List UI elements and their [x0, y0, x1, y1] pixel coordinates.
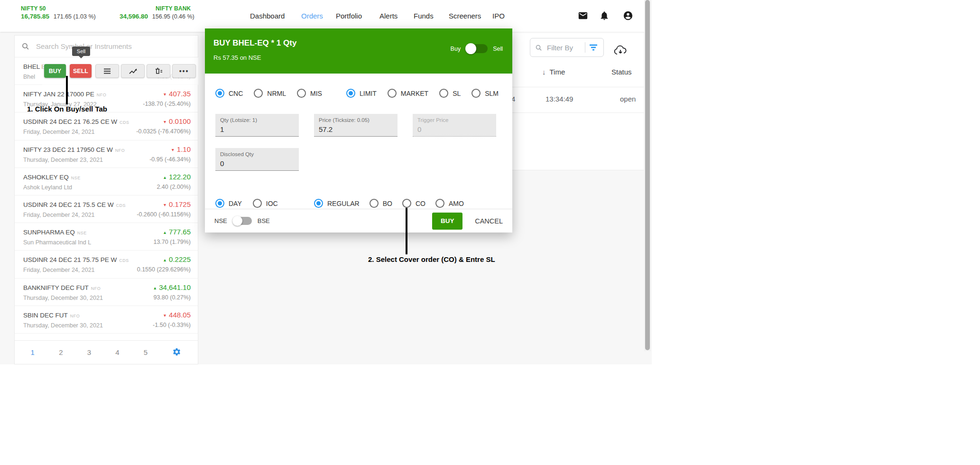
nav-item-ipo[interactable]: IPO	[492, 12, 505, 20]
radio-market[interactable]: MARKET	[388, 89, 428, 98]
nav-item-dashboard[interactable]: Dashboard	[250, 12, 285, 20]
dialog-cancel-button[interactable]: CANCEL	[472, 217, 506, 225]
filter-input[interactable]	[546, 43, 581, 52]
up-arrow-icon: ▴	[164, 257, 166, 262]
nav-item-funds[interactable]: Funds	[414, 12, 434, 20]
exchange-label-nse: NSE	[214, 217, 227, 224]
price-change: -1.50 (-0.33%)	[153, 322, 191, 328]
account-icon[interactable]	[623, 10, 633, 21]
settings-gear-icon[interactable]	[172, 347, 182, 357]
nav-item-orders[interactable]: Orders	[301, 12, 323, 20]
instrument-symbol: USDINR 24 DEC 21 76.25 CE W	[23, 118, 117, 125]
column-header-time[interactable]: ↓Time	[542, 68, 565, 76]
watchlist-row[interactable]: USDINR 24 DEC 21 76.25 CE WCDSFriday, De…	[15, 112, 198, 140]
radio-limit[interactable]: LIMIT	[346, 89, 377, 98]
watchlist-rows: BHEL EQNSEBhel▴57.350.35 (0.61%)NIFTY JA…	[15, 57, 198, 341]
chart-button[interactable]	[121, 64, 145, 78]
column-header-status[interactable]: Status	[611, 68, 632, 76]
scrollbar-thumb[interactable]	[645, 0, 650, 350]
page-1[interactable]: 1	[31, 348, 35, 356]
instrument-subtitle: Thursday, December 30, 2021	[23, 295, 103, 301]
nifty50-quote[interactable]: NIFTY 50 16,785.85 171.65 (1.03 %)	[21, 5, 96, 20]
filter-icon[interactable]	[589, 44, 598, 51]
search-input[interactable]	[35, 42, 191, 51]
dialog-buy-button[interactable]: BUY	[432, 213, 462, 230]
cloud-download-icon[interactable]	[614, 45, 627, 56]
page-scrollbar[interactable]	[644, 0, 651, 351]
disclosed-qty-field[interactable]: Disclosed Qty 0	[215, 148, 299, 171]
radio-label: DAY	[229, 200, 242, 207]
radio-regular[interactable]: REGULAR	[314, 199, 360, 208]
last-price: 0.0100	[169, 117, 191, 125]
more-options-button[interactable]: •••	[172, 64, 196, 78]
watchlist-row[interactable]: USDINR 24 DEC 21 75.5 CE WCDSFriday, Dec…	[15, 195, 198, 223]
watchlist-row[interactable]: USDINR 24 DEC 21 75.75 PE WCDSFriday, De…	[15, 251, 198, 278]
radio-label: SLM	[485, 90, 499, 97]
radio-circle-icon	[472, 89, 481, 98]
radio-co[interactable]: CO	[402, 199, 425, 208]
nav-item-portfolio[interactable]: Portfolio	[336, 12, 362, 20]
delete-button[interactable]	[147, 64, 170, 78]
radio-day[interactable]: DAY	[215, 199, 242, 208]
index-name: NIFTY 50	[21, 5, 96, 12]
radio-nrml[interactable]: NRML	[254, 89, 286, 98]
dialog-header[interactable]: BUY BHEL-EQ * 1 Qty Rs 57.35 on NSE Buy …	[205, 28, 512, 74]
price-change: -0.0325 (-76.4706%)	[136, 128, 191, 135]
nav-item-alerts[interactable]: Alerts	[379, 12, 398, 20]
page-3[interactable]: 3	[87, 348, 91, 356]
radio-label: AMO	[449, 200, 464, 207]
mail-icon[interactable]	[578, 10, 588, 21]
buy-button[interactable]: BUY	[44, 64, 66, 78]
sell-button[interactable]: SELL	[70, 64, 92, 78]
market-depth-button[interactable]	[95, 64, 119, 78]
watchlist-row[interactable]: NIFTY 23 DEC 21 17950 CE WNFOThursday, D…	[15, 140, 198, 168]
watchlist-row[interactable]: ASHOKLEY EQNSEAshok Leyland Ltd▴122.202.…	[15, 168, 198, 195]
page-5[interactable]: 5	[144, 348, 148, 356]
page-2[interactable]: 2	[59, 348, 63, 356]
radio-mis[interactable]: MIS	[297, 89, 322, 98]
trading-app-window: NIFTY 50 16,785.85 171.65 (1.03 %) NIFTY…	[0, 0, 652, 364]
instrument-symbol: BANKNIFTY DEC FUT	[23, 284, 89, 291]
radio-circle-icon	[439, 89, 448, 98]
index-name: NIFTY BANK	[120, 5, 194, 12]
nav-item-screeners[interactable]: Screeners	[449, 12, 481, 20]
radio-ioc[interactable]: IOC	[253, 199, 278, 208]
radio-circle-icon	[435, 199, 444, 208]
page-4[interactable]: 4	[115, 348, 119, 356]
radio-bo[interactable]: BO	[370, 199, 392, 208]
radio-label: CNC	[229, 90, 243, 97]
qty-field[interactable]: Qty (Lotsize: 1) 1	[215, 114, 299, 137]
radio-cnc[interactable]: CNC	[215, 89, 243, 98]
radio-amo[interactable]: AMO	[435, 199, 464, 208]
buy-sell-toggle[interactable]	[466, 44, 488, 53]
variety-radio-group: REGULARBOCOAMO	[314, 199, 464, 208]
instrument-symbol: USDINR 24 DEC 21 75.75 PE W	[23, 256, 117, 263]
watchlist-row[interactable]: BANKNIFTY DEC FUTNFOThursday, December 3…	[15, 279, 198, 306]
field-value: 57.2	[319, 125, 393, 133]
field-label: Trigger Price	[417, 117, 491, 123]
exchange-tag: NFO	[70, 314, 80, 318]
instrument-info: USDINR 24 DEC 21 75.5 CE WCDSFriday, Dec…	[23, 200, 126, 223]
index-change: 156.95 (0.46 %)	[152, 13, 194, 20]
last-price: 0.2225	[169, 255, 191, 263]
index-value: 16,785.85	[21, 13, 49, 20]
watchlist-row[interactable]: SBIN DEC FUTNFOThursday, December 30, 20…	[15, 306, 198, 334]
instrument-quote: ▴0.22250.1550 (229.6296%)	[137, 255, 191, 278]
instrument-subtitle: Ashok Leyland Ltd	[23, 184, 81, 191]
radio-label: NRML	[267, 90, 286, 97]
watchlist-search	[15, 36, 198, 57]
price-change: -0.2600 (-60.1156%)	[137, 211, 191, 218]
radio-label: REGULAR	[327, 200, 360, 207]
field-label: Qty (Lotsize: 1)	[220, 117, 294, 123]
order-cell-status: open	[620, 95, 636, 103]
notifications-bell-icon[interactable]	[599, 10, 610, 21]
radio-slm[interactable]: SLM	[472, 89, 499, 98]
radio-sl[interactable]: SL	[439, 89, 461, 98]
price-change: -0.95 (-46.34%)	[149, 156, 191, 163]
instrument-quote: ▴34,641.1093.80 (0.27%)	[153, 283, 191, 306]
watchlist-row[interactable]: SUNPHARMA EQNSESun Pharmaceutical Ind L▴…	[15, 223, 198, 251]
instrument-symbol: SUNPHARMA EQ	[23, 229, 75, 236]
price-field[interactable]: Price (Ticksize: 0.05) 57.2	[314, 114, 398, 137]
exchange-toggle[interactable]	[233, 217, 252, 225]
niftybank-quote[interactable]: NIFTY BANK 34,596.80 156.95 (0.46 %)	[120, 5, 194, 20]
